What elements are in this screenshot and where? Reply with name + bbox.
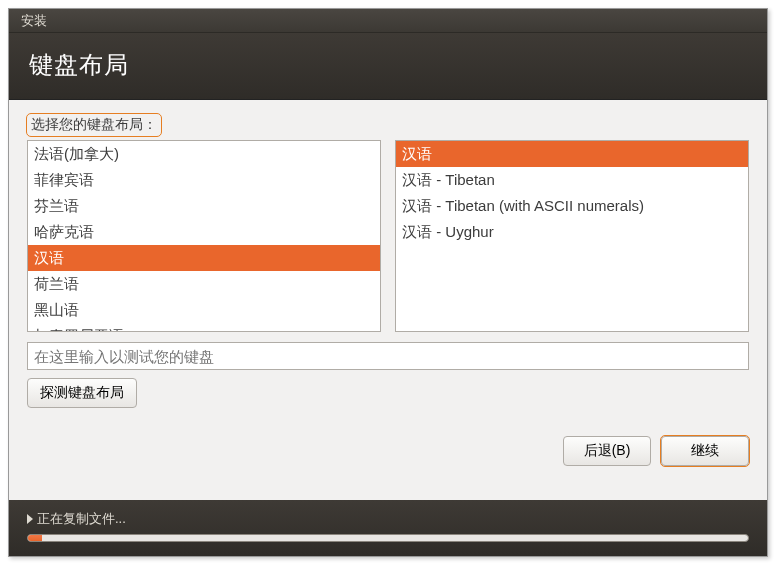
variant-list[interactable]: 汉语汉语 - Tibetan汉语 - Tibetan (with ASCII n… [395,140,749,332]
language-list[interactable]: 法语(加拿大)菲律宾语芬兰语哈萨克语汉语荷兰语黑山语加泰罗尼亚语捷克 [27,140,381,332]
list-item[interactable]: 法语(加拿大) [28,141,380,167]
layout-lists-row: 法语(加拿大)菲律宾语芬兰语哈萨克语汉语荷兰语黑山语加泰罗尼亚语捷克 汉语汉语 … [27,140,749,332]
section-label: 选择您的键盘布局： [27,114,161,136]
progress-bar [27,534,749,542]
progress-section[interactable]: 正在复制文件... [27,510,749,528]
page-title: 键盘布局 [29,49,747,81]
back-button[interactable]: 后退(B) [563,436,651,466]
list-item[interactable]: 加泰罗尼亚语 [28,323,380,332]
footer: 正在复制文件... [9,500,767,556]
list-item[interactable]: 汉语 - Uyghur [396,219,748,245]
content-area: 选择您的键盘布局： 法语(加拿大)菲律宾语芬兰语哈萨克语汉语荷兰语黑山语加泰罗尼… [9,100,767,500]
expand-triangle-icon [27,514,33,524]
progress-fill [28,535,42,541]
list-item[interactable]: 哈萨克语 [28,219,380,245]
list-item[interactable]: 汉语 - Tibetan (with ASCII numerals) [396,193,748,219]
installer-window: 安装 键盘布局 选择您的键盘布局： 法语(加拿大)菲律宾语芬兰语哈萨克语汉语荷兰… [8,8,768,557]
list-item[interactable]: 汉语 [28,245,380,271]
progress-status-text: 正在复制文件... [37,510,126,528]
list-item[interactable]: 黑山语 [28,297,380,323]
nav-button-row: 后退(B) 继续 [27,436,749,466]
window-title: 安装 [21,13,47,28]
list-item[interactable]: 荷兰语 [28,271,380,297]
list-item[interactable]: 汉语 [396,141,748,167]
list-item[interactable]: 菲律宾语 [28,167,380,193]
detect-layout-button[interactable]: 探测键盘布局 [27,378,137,408]
list-item[interactable]: 芬兰语 [28,193,380,219]
list-item[interactable]: 汉语 - Tibetan [396,167,748,193]
header: 键盘布局 [9,33,767,100]
keyboard-test-input[interactable] [27,342,749,370]
continue-button[interactable]: 继续 [661,436,749,466]
titlebar: 安装 [9,9,767,33]
